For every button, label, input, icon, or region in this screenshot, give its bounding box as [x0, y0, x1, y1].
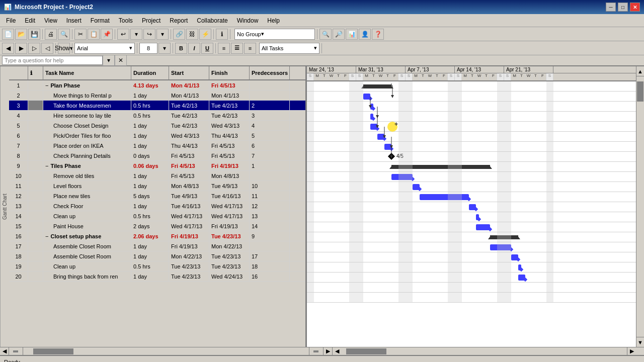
new-button[interactable]: 📄 — [2, 29, 14, 40]
scroll-right-gantt-button[interactable] — [309, 347, 323, 355]
col-header-start[interactable]: Start — [169, 66, 209, 79]
gantt-summary-bar[interactable] — [490, 235, 518, 239]
zoom-in-button[interactable]: 🔍 — [319, 29, 332, 40]
table-row[interactable]: 10Remove old tiles1 dayFri 4/5/13Mon 4/8… — [9, 171, 305, 181]
gantt-bar[interactable] — [370, 104, 373, 110]
table-row[interactable]: 17Assemble Closet Room1 dayFri 4/19/13Mo… — [9, 241, 305, 251]
gantt-bar[interactable] — [370, 124, 377, 130]
col-header-taskname[interactable]: Task Name — [43, 66, 131, 79]
menu-help[interactable]: Help — [263, 16, 284, 25]
font-size-input[interactable] — [139, 43, 157, 54]
italic-button[interactable]: I — [188, 43, 200, 54]
scroll-right-button[interactable]: ▶ — [323, 347, 332, 355]
gantt-bar[interactable] — [469, 204, 476, 210]
table-row[interactable]: 3Take floor Measuremen0.5 hrsTue 4/2/13T… — [9, 101, 305, 111]
table-row[interactable]: 16−Closet setup phase2.06 daysFri 4/19/1… — [9, 231, 305, 241]
gantt-bar[interactable] — [413, 184, 420, 190]
gantt-summary-bar[interactable] — [363, 84, 391, 88]
unlink-button[interactable]: ⛓ — [186, 29, 198, 40]
info-button[interactable]: ℹ — [216, 29, 228, 40]
col-header-predecessors[interactable]: Predecessors — [250, 66, 290, 79]
table-row[interactable]: 2Move things to Rental p1 dayMon 4/1/13M… — [9, 90, 305, 101]
h-scroll-thumb[interactable] — [33, 348, 73, 354]
redo-dropdown[interactable]: ▾ — [156, 29, 169, 40]
table-row[interactable]: 1−Plan Phase4.13 daysMon 4/1/13Fri 4/5/1… — [9, 80, 305, 90]
gantt-bar[interactable] — [511, 254, 518, 260]
col-header-finish[interactable]: Finish — [209, 66, 250, 79]
underline-button[interactable]: U — [201, 43, 213, 54]
table-row[interactable]: 8Check Planning Details0 daysFri 4/5/13F… — [9, 151, 305, 161]
gantt-bar[interactable] — [377, 134, 384, 140]
table-row[interactable]: 9−Tiles Phase0.06 daysFri 4/5/13Fri 4/19… — [9, 161, 305, 171]
link-button[interactable]: 🔗 — [173, 29, 185, 40]
indent-right-button[interactable]: ▶ — [15, 43, 27, 54]
menu-format[interactable]: Format — [87, 16, 114, 25]
table-row[interactable]: 11Level floors1 dayMon 4/8/13Tue 4/9/131… — [9, 181, 305, 191]
phase-collapse-icon[interactable]: − — [45, 82, 48, 88]
close-button[interactable]: ✕ — [630, 3, 640, 12]
maximize-button[interactable]: □ — [618, 3, 628, 12]
align-right-button[interactable]: ≡ — [244, 43, 256, 54]
table-row[interactable]: 13Check Floor1 dayTue 4/16/13Wed 4/17/13… — [9, 201, 305, 211]
open-button[interactable]: 📂 — [15, 29, 27, 40]
align-center-button[interactable]: ☰ — [231, 43, 243, 54]
gantt-bar[interactable] — [476, 224, 490, 230]
vertical-scrollbar[interactable]: ▲ ▼ — [636, 66, 644, 347]
gantt-bar[interactable] — [391, 174, 413, 180]
scroll-left-button[interactable]: ◀ — [0, 347, 9, 355]
help-search-arrow[interactable]: ▾ — [103, 55, 115, 66]
gantt-chart-button[interactable]: 📊 — [346, 29, 358, 40]
undo-button[interactable]: ↩ — [117, 29, 129, 40]
table-row[interactable]: 20Bring things back from ren1 dayTue 4/2… — [9, 272, 305, 282]
zoom-out-button[interactable]: 🔎 — [333, 29, 345, 40]
indent-button[interactable]: ▷ — [28, 43, 40, 54]
font-size-arrow[interactable]: ▾ — [158, 43, 171, 54]
gantt-h-scroll-thumb[interactable] — [346, 348, 386, 354]
menu-file[interactable]: File — [2, 16, 20, 25]
table-row[interactable]: 6Pick/Order Tiles for floo1 dayWed 4/3/1… — [9, 131, 305, 141]
print-button[interactable]: 🖨 — [45, 29, 57, 40]
gantt-summary-bar[interactable] — [391, 165, 490, 169]
gantt-bar[interactable] — [518, 275, 525, 281]
menu-window[interactable]: Window — [233, 16, 263, 25]
menu-collaborate[interactable]: Collaborate — [193, 16, 231, 25]
gantt-bar[interactable] — [476, 214, 479, 220]
menu-insert[interactable]: Insert — [62, 16, 86, 25]
phase-collapse-icon[interactable]: − — [45, 233, 48, 239]
menu-edit[interactable]: Edit — [21, 16, 39, 25]
redo-button[interactable]: ↪ — [143, 29, 155, 40]
gantt-scroll-left-button[interactable]: ◀ — [332, 347, 341, 355]
table-row[interactable]: 15Paint House2 daysWed 4/17/13Fri 4/19/1… — [9, 221, 305, 231]
phase-collapse-icon[interactable]: − — [45, 163, 48, 169]
save-button[interactable]: 💾 — [28, 29, 40, 40]
menu-project[interactable]: Project — [138, 16, 165, 25]
bold-button[interactable]: B — [175, 43, 187, 54]
table-row[interactable]: 4Hire someone to lay tile0.5 hrsTue 4/2/… — [9, 111, 305, 121]
help-btn[interactable]: ❓ — [372, 29, 384, 40]
resource-button[interactable]: 👤 — [359, 29, 371, 40]
font-name-select[interactable]: Arial ▾ — [74, 43, 135, 54]
align-left-button[interactable]: ≡ — [218, 43, 230, 54]
cut-button[interactable]: ✂ — [74, 29, 87, 40]
outdent-button[interactable]: ◁ — [41, 43, 53, 54]
table-row[interactable]: 14Clean up0.5 hrsWed 4/17/13Wed 4/17/131… — [9, 211, 305, 221]
minimize-button[interactable]: ─ — [606, 3, 616, 12]
gantt-bar[interactable] — [363, 94, 370, 100]
paste-button[interactable]: 📌 — [101, 29, 113, 40]
preview-button[interactable]: 🔍 — [58, 29, 70, 40]
indent-left-button[interactable]: ◀ — [2, 43, 14, 54]
gantt-bar[interactable] — [518, 264, 521, 270]
help-close-button[interactable]: ✕ — [115, 55, 127, 66]
help-input[interactable] — [2, 56, 103, 65]
table-row[interactable]: 5Choose Closet Design1 dayTue 4/2/13Wed … — [9, 121, 305, 131]
gantt-bar[interactable] — [384, 144, 391, 150]
menu-tools[interactable]: Tools — [115, 16, 137, 25]
menu-view[interactable]: View — [40, 16, 61, 25]
scroll-thumb[interactable] — [637, 81, 643, 102]
table-row[interactable]: 19Clean up0.5 hrsTue 4/23/13Tue 4/23/131… — [9, 261, 305, 272]
copy-button[interactable]: 📋 — [88, 29, 100, 40]
gantt-scroll-right-button[interactable]: ▶ — [627, 347, 636, 355]
split-button[interactable]: ⚡ — [199, 29, 211, 40]
gantt-milestone[interactable] — [388, 153, 395, 160]
scroll-left-small-button[interactable] — [9, 347, 23, 355]
